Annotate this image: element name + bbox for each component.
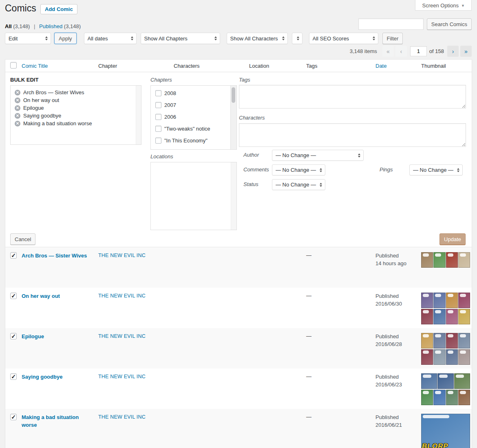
comic-row: ✓ Arch Bros — Sister Wives THE NEW EVIL … [5,247,472,288]
tags-value: — [306,252,311,258]
row-checkbox-checked[interactable]: ✓ [10,252,17,259]
chapter-option[interactable]: "Two-weaks" notice [155,126,227,132]
column-header-location: Location [249,63,306,69]
comic-title-link[interactable]: Arch Bros — Sister Wives [22,252,97,260]
comic-title-link[interactable]: Saying goodbye [22,373,72,381]
current-page-input[interactable] [410,46,427,56]
chapter-option[interactable]: "In This Economy" [155,138,227,144]
date-cell: Published 2016/06/30 [375,288,421,328]
column-header-date[interactable]: Date [375,63,421,69]
column-header-comic-title[interactable]: Comic Title [22,63,98,69]
apply-button[interactable]: Apply [54,33,77,44]
select-arrows-icon [320,168,322,172]
checkbox-unchecked[interactable] [155,114,161,120]
characters-cell [174,328,249,368]
tags-textarea[interactable] [239,85,466,109]
characters-textarea[interactable] [239,123,466,147]
chapter-option[interactable]: 2008 [155,90,227,96]
bulk-edit-legend: BULK EDIT [10,77,38,83]
pings-select[interactable]: — No Change — [409,164,463,175]
chapter-link[interactable]: THE NEW EVIL INC [98,374,146,379]
filter-published-link[interactable]: Published (3,148) [39,23,81,29]
search-input[interactable] [358,18,424,30]
remove-item-icon[interactable]: ✕ [15,113,20,119]
comic-thumbnail[interactable] [421,373,470,405]
select-all-checkbox[interactable] [10,62,17,69]
last-page-button[interactable]: » [460,46,472,57]
add-comic-button[interactable]: Add Comic [40,4,77,14]
bulk-action-select[interactable]: Edit [5,33,51,44]
bulk-edit-title-item: ✕ Saying goodbye [15,113,131,119]
chevron-down-icon: ▼ [461,4,465,8]
column-header-chapter: Chapter [98,63,174,69]
select-arrows-icon [131,36,133,40]
comic-thumbnail[interactable] [421,333,470,365]
checkbox-unchecked[interactable] [155,138,161,144]
checkbox-unchecked[interactable] [155,102,161,108]
select-arrows-icon [358,153,360,157]
author-select[interactable]: — No Change — [272,150,364,161]
chapter-option-label: 2007 [164,102,176,108]
scrollbar-track[interactable] [136,86,141,144]
characters-cell [174,247,249,288]
filter-button[interactable]: Filter [382,33,403,44]
row-checkbox-checked[interactable]: ✓ [10,373,17,380]
publish-status: Published [375,252,421,260]
next-page-button[interactable]: › [447,46,459,57]
page-title: Comics [5,2,36,14]
search-comics-button[interactable]: Search Comics [427,18,472,30]
chapter-option-label: "Two-weaks" notice [164,126,210,132]
chapter-link[interactable]: THE NEW EVIL INC [98,253,146,258]
checkbox-unchecked[interactable] [155,90,161,96]
comic-title-link[interactable]: Epilogue [22,333,54,341]
dates-filter-select[interactable]: All dates [84,33,137,44]
chapter-link[interactable]: THE NEW EVIL INC [98,293,146,299]
publish-status: Published [375,333,421,341]
comic-thumbnail[interactable]: BLORP [421,414,470,448]
scrollbar-thumb[interactable] [232,87,235,103]
characters-filter-select[interactable]: Show All Characters [227,33,288,44]
checkbox-unchecked[interactable] [155,149,161,150]
prev-page-button: ‹ [395,46,407,57]
remove-item-icon[interactable]: ✕ [15,121,20,126]
row-checkbox-checked[interactable]: ✓ [10,414,17,420]
chapter-option[interactable]: 2007 [155,102,227,108]
comic-title-link[interactable]: Making a bad situation worse [22,414,98,429]
chapter-link[interactable]: THE NEW EVIL INC [98,414,146,420]
remove-item-icon[interactable]: ✕ [15,90,20,95]
comic-thumbnail[interactable] [421,293,470,324]
filter-all-link[interactable]: All (3,148) [5,23,30,29]
screen-options-button[interactable]: Screen Options ▼ [415,0,472,11]
tags-value: — [306,333,311,339]
status-select[interactable]: — No Change — [272,179,325,190]
chapter-option-partial[interactable] [155,149,227,150]
date-cell: Published 2016/06/28 [375,328,421,368]
locations-label: Locations [150,153,173,160]
remove-item-icon[interactable]: ✕ [15,98,20,103]
seo-filter-select[interactable]: All SEO Scores [309,33,378,44]
tags-value: — [306,373,311,379]
select-arrows-icon [457,168,459,172]
row-checkbox-checked[interactable]: ✓ [10,333,17,339]
scrollbar-track[interactable] [231,162,236,230]
comic-thumbnail[interactable] [421,252,470,268]
comic-row: ✓ Epilogue THE NEW EVIL INC — Published … [5,328,472,368]
comments-select[interactable]: — No Change — [272,164,325,175]
publish-date: 14 hours ago [375,260,421,268]
checkbox-unchecked[interactable] [155,126,161,132]
location-cell [249,288,306,328]
misc-filter-select[interactable] [292,33,303,44]
cancel-button[interactable]: Cancel [10,233,35,245]
tags-value: — [306,293,311,299]
screen-options-label: Screen Options [422,2,459,9]
chapter-option[interactable]: 2006 [155,114,227,120]
row-checkbox-checked[interactable]: ✓ [10,293,17,299]
select-arrows-icon [282,36,285,40]
date-cell: Published 2016/06/21 [375,409,421,448]
comic-title-link[interactable]: On her way out [22,293,70,300]
remove-item-icon[interactable]: ✕ [15,105,20,111]
chapters-filter-select[interactable]: Show All Chapters [141,33,220,44]
update-button[interactable]: Update [439,233,466,245]
publish-date: 2016/06/21 [375,421,421,429]
chapter-link[interactable]: THE NEW EVIL INC [98,333,146,339]
